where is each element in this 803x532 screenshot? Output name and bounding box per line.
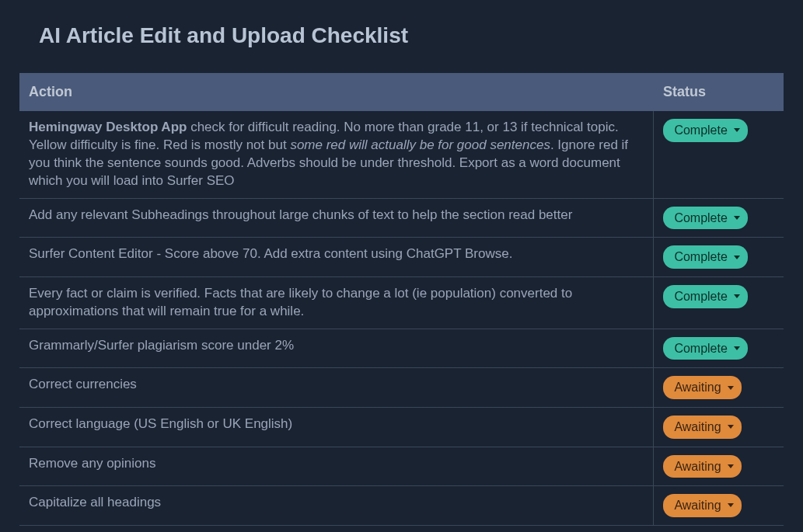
status-label: Complete [674,249,727,266]
chevron-down-icon [728,386,734,390]
checklist-table: Action Status Hemingway Desktop App chec… [19,73,784,526]
action-cell: Every fact or claim is verified. Facts t… [19,276,654,329]
action-cell: Hemingway Desktop App check for difficul… [19,111,654,198]
status-cell: Awaiting [654,368,784,408]
table-row: Add any relevant Subheadings throughout … [19,198,784,238]
action-text: Surfer Content Editor - Score above 70. … [29,246,512,261]
status-cell: Awaiting [654,447,784,486]
action-text: Capitalize all headings [29,495,161,509]
table-row: Correct language (US English or UK Engli… [19,408,784,447]
page-title: AI Article Edit and Upload Checklist [39,23,784,48]
status-dropdown[interactable]: Awaiting [663,455,741,478]
table-row: Surfer Content Editor - Score above 70. … [19,238,784,277]
table-header-row: Action Status [19,73,784,111]
status-cell: Complete [654,329,784,368]
action-cell: Correct currencies [19,368,654,408]
table-row: Hemingway Desktop App check for difficul… [19,111,784,198]
status-dropdown[interactable]: Complete [663,337,747,360]
table-row: Correct currencies Awaiting [19,368,784,408]
table-row: Remove any opinions Awaiting [19,447,784,486]
action-cell: Grammarly/Surfer plagiarism score under … [19,329,654,368]
status-label: Complete [674,210,727,227]
status-dropdown[interactable]: Complete [663,245,747,269]
header-status: Status [654,73,784,111]
status-cell: Complete [654,276,784,329]
action-cell: Surfer Content Editor - Score above 70. … [19,238,654,277]
status-cell: Awaiting [654,486,784,526]
action-text: Correct currencies [29,377,137,391]
status-cell: Complete [654,198,784,238]
chevron-down-icon [728,503,734,507]
action-cell: Correct language (US English or UK Engli… [19,408,654,447]
status-cell: Complete [654,111,784,198]
status-cell: Complete [654,238,784,277]
status-label: Awaiting [674,497,721,514]
header-action: Action [19,73,654,111]
table-row: Every fact or claim is verified. Facts t… [19,276,784,329]
action-text: Remove any opinions [29,456,155,471]
action-text: Grammarly/Surfer plagiarism score under … [29,338,294,353]
action-italic-text: some red will actually be for good sente… [290,137,550,152]
chevron-down-icon [728,425,734,429]
status-dropdown[interactable]: Awaiting [663,494,741,517]
status-dropdown[interactable]: Complete [663,207,747,230]
action-text: Correct language (US English or UK Engli… [29,416,292,431]
status-dropdown[interactable]: Awaiting [663,416,741,439]
action-cell: Capitalize all headings [19,486,654,526]
status-label: Complete [674,288,727,305]
chevron-down-icon [734,346,740,350]
table-row: Grammarly/Surfer plagiarism score under … [19,329,784,368]
status-label: Awaiting [674,379,721,396]
action-bold-text: Hemingway Desktop App [29,120,187,134]
action-text: Every fact or claim is verified. Facts t… [29,286,572,318]
status-label: Awaiting [674,458,721,475]
table-row: Capitalize all headings Awaiting [19,486,784,526]
chevron-down-icon [734,294,740,298]
chevron-down-icon [734,256,740,259]
status-label: Awaiting [674,419,721,436]
status-dropdown[interactable]: Awaiting [663,376,741,399]
chevron-down-icon [734,128,740,132]
status-label: Complete [674,122,727,139]
status-cell: Awaiting [654,408,784,447]
action-text: Add any relevant Subheadings throughout … [29,207,572,222]
action-cell: Add any relevant Subheadings throughout … [19,198,654,238]
action-cell: Remove any opinions [19,447,654,486]
status-label: Complete [674,340,727,357]
chevron-down-icon [734,216,740,220]
chevron-down-icon [728,464,734,468]
status-dropdown[interactable]: Complete [663,119,747,142]
status-dropdown[interactable]: Complete [663,285,747,308]
